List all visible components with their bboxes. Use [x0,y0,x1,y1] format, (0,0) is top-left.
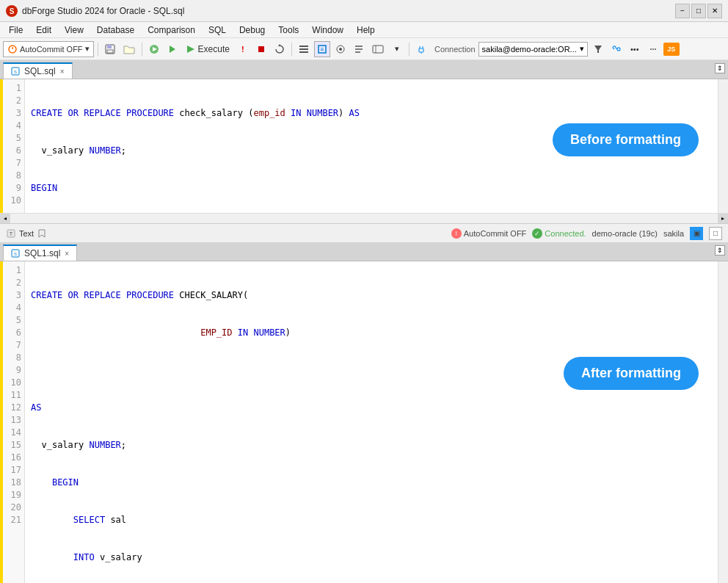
stop-button[interactable] [253,41,269,57]
svg-point-29 [655,48,656,50]
execute-button[interactable]: Execute [183,44,233,54]
run-button[interactable] [164,41,181,57]
bottom-line-numbers: 1 2 3 4 5 6 7 8 9 10 11 12 13 14 15 16 1… [3,261,25,583]
top-text-button[interactable]: Text [19,229,34,238]
top-editor-panel: S SQL.sql × ⇕ 1 2 3 4 5 6 7 8 9 10 CREAT… [0,60,728,242]
app-logo: S [6,5,18,17]
top-expand-icon[interactable]: ⇕ [715,63,725,73]
top-tab-label: SQL.sql [24,66,56,76]
menu-sql[interactable]: SQL [203,23,232,37]
tb-btn4[interactable] [351,41,367,57]
menu-database[interactable]: Database [91,23,140,37]
svg-rect-14 [299,48,308,50]
svg-rect-6 [107,50,113,53]
tb-filter[interactable] [590,41,606,57]
top-hs-right[interactable]: ▸ [718,214,728,224]
exclamation-button[interactable]: ! [235,41,251,57]
tb-btn1[interactable] [296,41,312,57]
connection-value: sakila@demo-oracle:OR... [482,45,577,54]
menu-bar: File Edit View Database Comparison SQL D… [0,22,728,38]
bottom-editor-panel: S SQL1.sql × ⇕ 1 2 3 4 5 6 7 8 9 10 11 1… [0,242,728,583]
top-autocommit-icon: ! [451,228,462,239]
menu-comparison[interactable]: Comparison [142,23,201,37]
autocommit-arrow: ▾ [85,44,90,54]
bottom-code-area: 1 2 3 4 5 6 7 8 9 10 11 12 13 14 15 16 1… [0,261,728,583]
sql-file-icon: S [11,67,20,76]
tb-dots1[interactable]: ••• [627,41,643,57]
bottom-code-content[interactable]: CREATE OR REPLACE PROCEDURE CHECK_SALARY… [25,261,718,583]
top-db-info: demo-oracle (19c) [592,229,658,238]
menu-window[interactable]: Window [306,23,349,37]
bottom-expand-icon[interactable]: ⇕ [715,245,725,256]
tb-btn6[interactable]: ▾ [389,41,405,57]
tb-btn2[interactable]: ≡ [314,41,330,57]
connect-button[interactable] [146,41,162,57]
top-autocommit-status: AutoCommit OFF [464,229,527,238]
sep2 [142,43,142,56]
connection-area: Connection sakila@demo-oracle:OR... ▾ [434,42,588,57]
top-status-bar: T Text ! AutoCommit OFF ✓ Connected. dem… [0,223,728,242]
menu-tools[interactable]: Tools [272,23,305,37]
svg-rect-15 [299,51,308,53]
sql1-file-icon: S [11,249,20,258]
minimize-button[interactable]: − [675,4,690,18]
tb-btn3[interactable] [332,41,349,57]
svg-rect-20 [373,46,383,53]
top-tab-close[interactable]: × [60,68,65,76]
top-hs-left[interactable]: ◂ [0,214,10,224]
svg-text:S: S [14,252,17,256]
top-h-scroll[interactable]: ◂ ▸ [0,213,728,223]
sep4 [409,43,410,56]
menu-debug[interactable]: Debug [233,23,271,37]
save-button[interactable] [102,41,118,57]
refresh-button[interactable] [272,41,288,57]
execute-label: Execute [198,44,230,54]
connection-arrow: ▾ [580,44,584,54]
tb-btn5[interactable] [369,41,387,57]
top-schema: sakila [663,229,684,238]
svg-marker-10 [187,46,194,53]
top-scrollbar-v[interactable] [718,79,728,213]
autocommit-label: AutoCommit OFF [20,45,83,54]
svg-rect-11 [258,46,264,52]
tb-plug[interactable] [413,41,429,57]
bottom-tab-label: SQL1.sql [24,248,60,258]
toolbar: AutoCommit OFF ▾ Execute ! ≡ ▾ [0,38,728,60]
top-bookmark-icon [37,228,47,239]
svg-rect-22 [419,48,423,52]
tb-chain[interactable] [608,41,625,57]
top-float-btn[interactable]: □ [709,227,722,240]
top-conn-icon: ✓ [532,228,542,239]
svg-text:S: S [14,70,17,74]
autocommit-icon [7,44,18,54]
top-code-area: 1 2 3 4 5 6 7 8 9 10 CREATE OR REPLACE P… [0,79,728,213]
bottom-scrollbar-v[interactable] [718,261,728,583]
svg-text:≡: ≡ [321,46,324,53]
restore-button[interactable]: □ [691,4,706,18]
menu-edit[interactable]: Edit [30,23,57,37]
tb-js[interactable]: JS [663,43,680,56]
tb-dots2[interactable] [645,41,661,57]
window-title: dbForge Studio 2024 for Oracle - SQL.sql [22,6,184,16]
bottom-tab-sql[interactable]: S SQL1.sql × [3,245,77,261]
top-split-btn[interactable]: ▣ [690,227,703,240]
svg-text:T: T [10,231,13,237]
menu-help[interactable]: Help [351,23,381,37]
svg-point-19 [339,48,342,51]
svg-point-28 [652,48,654,50]
svg-rect-13 [299,46,308,47]
connection-label: Connection [434,45,476,54]
menu-file[interactable]: File [3,23,29,37]
autocommit-button[interactable]: AutoCommit OFF ▾ [3,41,94,57]
connection-select[interactable]: sakila@demo-oracle:OR... ▾ [478,42,588,57]
close-button[interactable]: ✕ [707,4,722,18]
svg-marker-9 [170,46,175,53]
svg-rect-5 [107,45,112,48]
svg-marker-26 [594,46,602,53]
bottom-tab-close[interactable]: × [65,250,69,258]
top-line-numbers: 1 2 3 4 5 6 7 8 9 10 [3,79,25,213]
open-button[interactable] [120,41,138,57]
top-tab-sql[interactable]: S SQL.sql × [3,62,73,79]
top-code-content[interactable]: CREATE OR REPLACE PROCEDURE check_salary… [25,79,718,213]
menu-view[interactable]: View [59,23,90,37]
